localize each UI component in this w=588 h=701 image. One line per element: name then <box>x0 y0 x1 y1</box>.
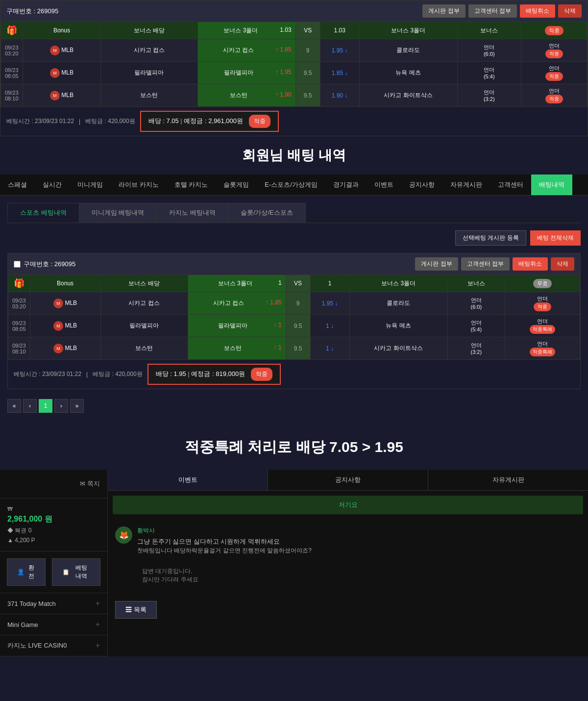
tab-events[interactable]: 이벤트 <box>108 470 268 490</box>
tab-minigame[interactable]: 미니게임 베팅내역 <box>79 203 157 223</box>
transfer-button[interactable]: 👤 환전 <box>7 558 46 586</box>
tab-sports[interactable]: 스포츠 베팅내역 <box>7 203 79 223</box>
sport-cell: M MLB <box>30 292 100 315</box>
content-tabs: 스포츠 베팅내역 미니게임 베팅내역 카지노 베팅내역 슬롯/가상/E스포츠 <box>7 203 581 223</box>
nav-customer[interactable]: 고객센터 <box>490 175 531 195</box>
board-button[interactable]: 게시판 접부 <box>422 4 465 18</box>
tab-freeboard[interactable]: 자유게시판 <box>428 470 588 490</box>
nav-events[interactable]: 이벤트 <box>367 175 401 195</box>
nav-live-casino[interactable]: 라이브 카지노 <box>111 175 167 195</box>
nav-esports[interactable]: E-스포츠/가상게임 <box>257 175 325 195</box>
second-betting-slip: 구매번호 : 269095 게시판 접부 고객센터 접부 배팅취소 삭제 🎁 B… <box>7 253 581 389</box>
bet-type-cell: 보너스 <box>457 22 521 39</box>
chat-content: 황박사 그냥 돈주기 싫으면 싫다하고 시원하게 먹튀하세요 첫배팅입니다 배당… <box>137 526 312 555</box>
team2-cell: 보너스 3폴더 <box>359 22 457 39</box>
center-odds: 1.95 ↓ <box>320 39 359 62</box>
score-cell: 1 <box>310 275 349 292</box>
sub-title: 적중특례 처리로 배당 7.05 > 1.95 <box>0 425 588 470</box>
page-last[interactable]: » <box>70 399 84 413</box>
delete-all-button[interactable]: 베팅 전체삭제 <box>530 230 581 246</box>
team1-name: 필라델피아 <box>100 315 188 337</box>
point-sub: ▲ 4,200 P <box>7 537 100 544</box>
message-link[interactable]: ✉ 쪽지 <box>80 479 100 488</box>
delete-btn-2[interactable]: 삭제 <box>551 257 574 271</box>
page-next[interactable]: › <box>54 399 68 413</box>
register-button[interactable]: 선택베팅 게시판 등록 <box>455 230 526 246</box>
nav-betting[interactable]: 배팅내역 <box>531 175 572 195</box>
page-first[interactable]: « <box>7 399 21 413</box>
table-row: 09/2308:05 M MLB 필라델피아 필라델피아 ↑ 1.95 9.5 … <box>1 62 588 84</box>
tab-casino[interactable]: 카지노 베팅내역 <box>157 203 228 223</box>
header-buttons: 게시판 접부 고객센터 접부 배팅취소 삭제 <box>422 4 582 18</box>
label-cell: Bonus <box>30 275 100 292</box>
plus-icon: + <box>96 599 100 608</box>
tab-slot[interactable]: 슬롯/가상/E스포츠 <box>228 203 306 223</box>
table-row: 🎁 Bonus 보너스 배당 보너스 3폴더 1.03 VS 1.03 보너스 … <box>1 22 588 39</box>
right-tabs: 이벤트 공지사항 자유게시판 <box>108 470 588 491</box>
team1-name: 필라델피아 <box>101 62 197 84</box>
hit-button[interactable]: 적중 <box>249 115 270 128</box>
chat-text-1: 그냥 돈주기 싫으면 싫다하고 시원하게 먹튀하세요 <box>137 537 312 547</box>
customer-button[interactable]: 고객센터 접부 <box>468 4 517 18</box>
slip2-header: 구매번호 : 269095 게시판 접부 고객센터 접부 배팅취소 삭제 <box>8 253 580 275</box>
list-button[interactable]: ☰ 목록 <box>115 601 157 619</box>
bottom-layout: ✉ 쪽지 ₩ 2,961,000 원 ◆ 복권 0 ▲ 4,200 P 👤 환전… <box>0 470 588 656</box>
vs-cell: VS <box>286 275 310 292</box>
navigation-bar: 스페셜 실시간 미니게임 라이브 카지노 호텔 카지노 슬롯게임 E-스포츠/가… <box>0 175 588 196</box>
hit-button-2[interactable]: 적중 <box>251 368 272 381</box>
delete-button[interactable]: 삭제 <box>558 4 582 18</box>
odds1-cell: 보스턴 ↑ 1 <box>188 337 286 360</box>
tab-notices[interactable]: 공지사항 <box>268 470 428 490</box>
odds-box: 배당 : 7.05 | 예정금 : 2,961,000원 적중 <box>140 111 279 132</box>
nav-results[interactable]: 경기결과 <box>325 175 367 195</box>
order-checkbox[interactable] <box>14 261 21 268</box>
center-odds: 1.90 ↓ <box>320 84 359 107</box>
sidebar-item-today-match[interactable]: 371 Today Match + <box>0 593 107 614</box>
team2-name: 콜로라도 <box>349 292 447 315</box>
estimate-label: 예정금 : 2,961,000원 <box>184 117 243 125</box>
sidebar-item-minigame[interactable]: Mini Game + <box>0 614 107 635</box>
vs-score: 9.5 <box>286 337 310 360</box>
bet-type: 언더(5:4) <box>457 62 521 84</box>
vs-score: 9.5 <box>286 315 310 337</box>
board-btn-2[interactable]: 게시판 접부 <box>415 257 458 271</box>
main-title: 회원님 배팅 내역 <box>0 136 588 175</box>
team2-name: 시카고 화이트삭스 <box>359 84 457 107</box>
sidebar-item-casino[interactable]: 카지노 LIVE CASIN0 + <box>0 635 107 656</box>
cancel-btn-2[interactable]: 배팅취소 <box>513 257 548 271</box>
sidebar-money-section: ₩ 2,961,000 원 ◆ 복권 0 ▲ 4,200 P <box>0 499 107 551</box>
result: 언더적중특례 <box>505 337 580 360</box>
page-prev[interactable]: ‹ <box>23 399 37 413</box>
customer-btn-2[interactable]: 고객센터 접부 <box>461 257 510 271</box>
cancel-button[interactable]: 배팅취소 <box>520 4 555 18</box>
table-row: 09/2308:05 M MLB 필라델피아 필라델피아 ↑ 1 9.5 1 ↓… <box>8 315 580 337</box>
result: 언더적중 <box>521 39 587 62</box>
vs-score: 9 <box>286 292 310 315</box>
result: 언더적중 <box>521 84 587 107</box>
center-odds: 1.85 ↓ <box>320 62 359 84</box>
odds1-cell: 필라델피아 ↑ 1.95 <box>197 62 295 84</box>
nav-notice[interactable]: 공지사항 <box>401 175 442 195</box>
bet-table-2: 🎁 Bonus 보너스 배당 보너스 3폴더 1 VS 1 보너스 3폴더 보너… <box>8 275 580 360</box>
nav-special[interactable]: 스페셜 <box>0 175 35 195</box>
nav-minigame[interactable]: 미니게임 <box>70 175 111 195</box>
estimate-label-2: 예정금 : 819,000원 <box>191 370 245 377</box>
bet-type: 언더(6:0) <box>447 292 505 315</box>
bet-type: 언더(3:2) <box>447 337 505 360</box>
team1-name: 시카고 컵스 <box>101 39 197 62</box>
minigame-label: Mini Game <box>7 621 38 628</box>
chat-reply: 답변 대기중입니다.잠시만 기다려 주세요 <box>137 562 581 589</box>
bet-time-2: 베팅시간 : 23/09/23 01:22 <box>14 370 81 378</box>
money-amount: 2,961,000 원 <box>7 514 100 525</box>
nav-realtime[interactable]: 실시간 <box>35 175 70 195</box>
history-button[interactable]: 📋 베팅내역 <box>52 558 100 586</box>
page-1[interactable]: 1 <box>39 399 52 413</box>
nav-slot[interactable]: 슬롯게임 <box>216 175 257 195</box>
bet-type: 언더(3:2) <box>457 84 521 107</box>
result: 언더적중 <box>521 62 587 84</box>
score-cell: 1.03 <box>320 22 359 39</box>
nav-freeboard[interactable]: 자유게시판 <box>442 175 490 195</box>
nav-hotel-casino[interactable]: 호텔 카지노 <box>167 175 216 195</box>
bet-amount-2: 베팅금 : 420,000원 <box>93 370 142 378</box>
top-betting-slip: 구매번호 : 269095 게시판 접부 고객센터 접부 배팅취소 삭제 🎁 B… <box>0 0 588 136</box>
